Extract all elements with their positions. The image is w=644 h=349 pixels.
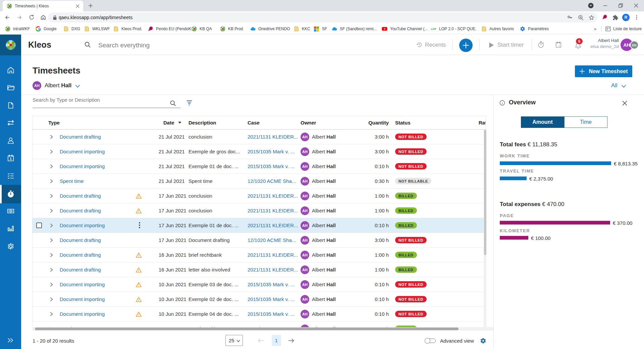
svg-text:1: 1 — [10, 157, 12, 161]
